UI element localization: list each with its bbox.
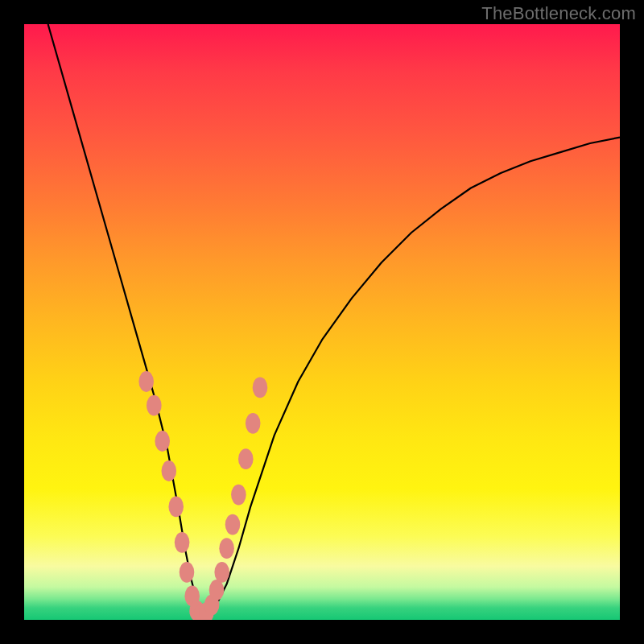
curve-marker bbox=[175, 532, 190, 553]
plot-area bbox=[24, 24, 620, 620]
curve-marker bbox=[219, 538, 234, 559]
curve-marker bbox=[253, 378, 268, 398]
curve-marker bbox=[238, 448, 254, 469]
curve-marker bbox=[180, 562, 195, 583]
watermark-label: TheBottleneck.com bbox=[481, 3, 636, 24]
curve-marker bbox=[225, 514, 241, 535]
bottleneck-curve bbox=[48, 24, 620, 614]
curve-marker bbox=[209, 580, 225, 601]
curve-marker bbox=[214, 562, 229, 583]
curve-marker bbox=[246, 413, 261, 434]
curve-marker bbox=[162, 460, 177, 481]
curve-marker bbox=[147, 395, 162, 416]
curve-marker bbox=[155, 431, 170, 452]
curve-marker bbox=[231, 485, 246, 506]
curve-marker bbox=[138, 371, 154, 392]
curve-marker bbox=[168, 497, 184, 518]
curve-layer bbox=[24, 24, 620, 620]
chart-frame: TheBottleneck.com bbox=[0, 0, 644, 644]
